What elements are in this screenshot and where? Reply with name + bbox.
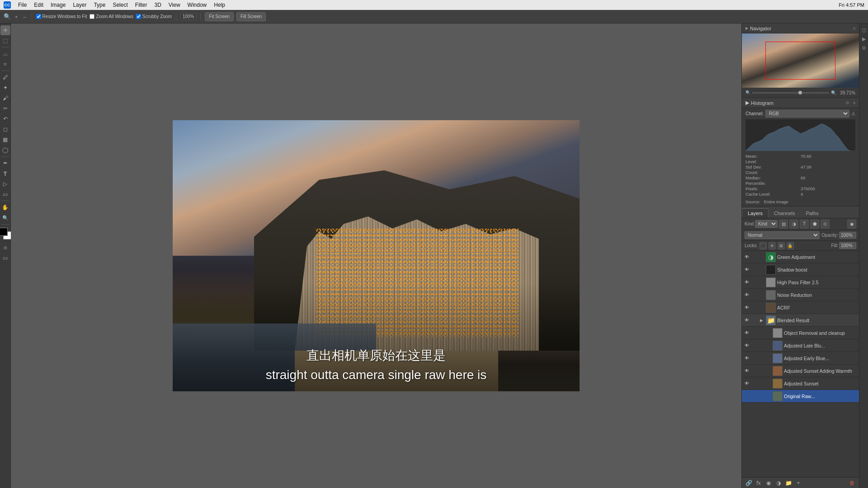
menu-edit[interactable]: Edit	[31, 1, 46, 9]
layer-item[interactable]: 👁Adjusted Sunset	[742, 377, 859, 390]
layer-link-btn[interactable]: 🔗	[745, 479, 753, 487]
layer-visibility-toggle[interactable]: 👁	[744, 305, 750, 311]
lasso-tool[interactable]: ⌓	[0, 49, 10, 59]
layer-visibility-toggle[interactable]: 👁	[744, 292, 750, 298]
scrubby-check[interactable]: Scrubby Zoom	[136, 14, 172, 19]
brush-tool[interactable]: 🖌	[0, 93, 10, 103]
selection-tool[interactable]: ⬚	[0, 36, 10, 46]
eraser-tool[interactable]: ◻	[0, 124, 10, 134]
adjust-icon[interactable]: ⚙	[860, 44, 868, 52]
eyedropper-tool[interactable]: 🖉	[0, 72, 10, 82]
layer-filter-pixel-btn[interactable]: ▤	[779, 220, 788, 229]
layer-item[interactable]: 👁High Pass Filter 2.5	[742, 276, 859, 289]
menu-image[interactable]: Image	[48, 1, 68, 9]
menu-file[interactable]: File	[15, 1, 29, 9]
layer-visibility-toggle[interactable]: 👁	[744, 279, 750, 286]
layer-new-btn[interactable]: +	[794, 479, 802, 487]
histogram-expand-icon[interactable]: ⟳	[846, 101, 849, 105]
layer-visibility-toggle[interactable]: 👁	[744, 254, 750, 260]
dodge-tool[interactable]: ◯	[0, 145, 10, 155]
layer-fx-btn[interactable]: fx	[755, 479, 763, 487]
path-tool[interactable]: ▷	[0, 179, 10, 189]
opacity-input[interactable]	[839, 232, 856, 239]
fill-screen-btn[interactable]: Fill Screen	[236, 12, 266, 21]
move-tool[interactable]: ✛	[0, 25, 10, 35]
layer-filter-type-btn[interactable]: T	[800, 220, 809, 229]
gradient-tool[interactable]: ▦	[0, 135, 10, 145]
layer-item[interactable]: 👁Adjusted Sunset Adding Warmth	[742, 365, 859, 377]
layer-visibility-toggle[interactable]: 👁	[744, 267, 750, 273]
resize-windows-check[interactable]: Resize Windows to Fit	[36, 14, 87, 19]
tab-paths[interactable]: Paths	[801, 208, 824, 218]
layer-item[interactable]: 👁Adjusted Late Blu...	[742, 339, 859, 352]
lock-all-btn[interactable]: 🔒	[787, 242, 794, 249]
zoom-slider[interactable]	[752, 92, 829, 94]
fill-input[interactable]	[839, 242, 856, 249]
histogram-warning-icon[interactable]: ⚠	[851, 111, 855, 116]
layer-filter-shape-btn[interactable]: ⬟	[810, 220, 819, 229]
layer-visibility-toggle[interactable]: 👁	[744, 368, 750, 374]
zoom-minus-btn[interactable]: –	[22, 13, 27, 20]
zoom-in-icon[interactable]: 🔍	[831, 90, 836, 95]
history-brush-tool[interactable]: ↶	[0, 114, 10, 124]
navigator-menu-icon[interactable]: ≡	[853, 26, 855, 31]
menu-filter[interactable]: Filter	[132, 1, 150, 9]
menu-view[interactable]: View	[166, 1, 183, 9]
menu-select[interactable]: Select	[110, 1, 130, 9]
layer-group-btn[interactable]: 📁	[784, 479, 793, 487]
lock-position-btn[interactable]: ✛	[769, 242, 776, 249]
layer-item[interactable]: 👁Shadow boost	[742, 263, 859, 276]
layer-item[interactable]: 👁ACRF	[742, 301, 859, 314]
play-icon[interactable]: ▶	[860, 35, 868, 42]
layer-filter-adj-btn[interactable]: ◑	[789, 220, 798, 229]
fit-screen-btn[interactable]: Fit Screen	[205, 12, 234, 21]
menu-help[interactable]: Help	[211, 1, 228, 9]
layer-item[interactable]: 👁▶📁Blended Result	[742, 314, 859, 327]
crop-tool[interactable]: ⌗	[0, 59, 10, 69]
layer-visibility-toggle[interactable]: 👁	[744, 380, 750, 387]
zoom-out-icon[interactable]: 🔍	[745, 90, 750, 95]
layer-mask-btn[interactable]: ◉	[764, 479, 773, 487]
foreground-color-swatch[interactable]	[0, 228, 8, 236]
menu-3d[interactable]: 3D	[151, 1, 164, 9]
screen-mode-btn[interactable]: ▭	[0, 253, 10, 263]
layer-item[interactable]: 👁Noise Reduction	[742, 289, 859, 301]
zoom-tool[interactable]: 🔍	[0, 213, 10, 223]
blend-mode-select[interactable]: Normal Multiply Screen Overlay	[745, 231, 820, 239]
lock-pixels-btn[interactable]: ⬛	[760, 242, 767, 249]
layer-item[interactable]: Original Raw...	[742, 390, 859, 403]
spot-heal-tool[interactable]: ✦	[0, 83, 10, 93]
menu-type[interactable]: Type	[91, 1, 108, 9]
histogram-header[interactable]: ▶ Histogram ⟳ ≡	[742, 98, 859, 108]
zoom-plus-btn[interactable]: +	[14, 13, 19, 20]
layer-visibility-toggle[interactable]: 👁	[744, 355, 750, 361]
shape-tool[interactable]: ▭	[0, 189, 10, 199]
zoom-all-check[interactable]: Zoom All Windows	[90, 14, 133, 19]
navigator-header[interactable]: ▶ Navigator ≡	[742, 23, 859, 33]
lock-artboard-btn[interactable]: ⊞	[778, 242, 785, 249]
layer-visibility-toggle[interactable]: 👁	[744, 317, 750, 324]
layer-item[interactable]: 👁◑Green Adjustment	[742, 251, 859, 263]
type-tool[interactable]: T	[0, 169, 10, 178]
layer-filter-smart-btn[interactable]: ⊙	[821, 220, 830, 229]
histogram-menu-icon[interactable]: ≡	[853, 101, 855, 105]
layer-visibility-toggle[interactable]: 👁	[744, 330, 750, 336]
layer-adjustment-btn[interactable]: ◑	[774, 479, 783, 487]
layer-filter-toggle-btn[interactable]: ◉	[847, 220, 856, 229]
clone-tool[interactable]: ✂	[0, 103, 10, 113]
kind-filter-select[interactable]: Kind	[755, 220, 778, 228]
menu-layer[interactable]: Layer	[70, 1, 89, 9]
tab-channels[interactable]: Channels	[769, 208, 800, 218]
pen-tool[interactable]: ✒	[0, 158, 10, 168]
layer-visibility-toggle[interactable]	[744, 393, 750, 399]
hand-tool[interactable]: ✋	[0, 202, 10, 212]
navigator-panel-icon[interactable]: ◫	[860, 26, 868, 33]
layer-visibility-toggle[interactable]: 👁	[744, 343, 750, 349]
menu-window[interactable]: Window	[185, 1, 210, 9]
tab-layers[interactable]: Layers	[742, 208, 769, 218]
layer-item[interactable]: 👁Adjusted Early Blue...	[742, 352, 859, 365]
quick-mask-btn[interactable]: ◎	[0, 243, 10, 253]
layer-delete-btn[interactable]: 🗑	[848, 479, 856, 487]
layer-item[interactable]: 👁Object Removal and cleanup	[742, 327, 859, 339]
channel-select[interactable]: RGB Red Green Blue	[765, 110, 849, 117]
